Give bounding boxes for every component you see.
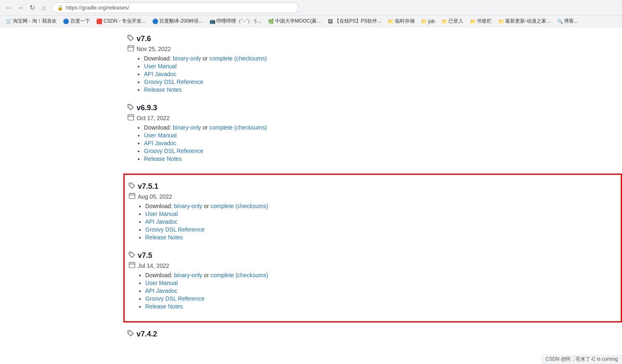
bookmark-translate[interactable]: 🔵 百度翻译-200种语...: [150, 17, 205, 26]
svg-point-10: [130, 184, 131, 185]
tag-icon: [128, 330, 134, 338]
bookmark-anime[interactable]: 📁 最新更新-动漫之家...: [496, 17, 553, 26]
bookmark-baidu[interactable]: 🔵 百度一下: [61, 17, 93, 26]
svg-rect-6: [128, 115, 134, 120]
user-manual-link-v76[interactable]: User Manual: [144, 63, 176, 70]
svg-point-5: [129, 105, 130, 106]
links-list-v76: Download: binary-only or complete (check…: [123, 55, 622, 93]
release-v742: v7.4.2: [123, 327, 622, 343]
date-v751: Aug 05, 2022: [138, 193, 172, 200]
nav-buttons: ← → ↻ ⌂: [4, 3, 49, 13]
bookmark-mooc[interactable]: 🌿 中国大学MOOC(募...: [266, 17, 323, 26]
bookmark-icon: 🛒: [6, 19, 12, 24]
binary-only-link-v751[interactable]: binary-only: [174, 203, 202, 209]
binary-only-link-v75[interactable]: binary-only: [174, 272, 202, 278]
links-list-v693: Download: binary-only or complete (check…: [123, 124, 622, 162]
groovy-dsl-link-v751[interactable]: Groovy DSL Reference: [145, 226, 204, 233]
bookmark-login[interactable]: 📁 已登入: [439, 17, 466, 26]
tag-icon: [128, 104, 134, 112]
complete-link-v76[interactable]: complete (checksums): [209, 55, 267, 62]
svg-rect-11: [129, 193, 135, 199]
calendar-icon: [128, 45, 134, 53]
or-text: or: [204, 272, 209, 278]
binary-only-link-v76[interactable]: binary-only: [173, 55, 201, 62]
complete-link-v693[interactable]: complete (checksums): [209, 124, 267, 131]
bookmark-icon: 📁: [498, 19, 504, 24]
bookmark-icon: 🔵: [63, 19, 69, 24]
reload-button[interactable]: ↻: [27, 3, 37, 13]
links-list-v75: Download: binary-only or complete (check…: [125, 272, 621, 310]
version-label-v693: v6.9.3: [137, 104, 157, 112]
binary-only-link-v693[interactable]: binary-only: [173, 124, 201, 131]
tag-icon: [129, 252, 135, 260]
release-notes-link-v76[interactable]: Release Notes: [144, 86, 182, 93]
version-header-v76: v7.6: [123, 35, 622, 43]
status-bar: CSDN @阿，苍来了-C is coming: [541, 355, 622, 364]
status-text: CSDN @阿，苍来了-C is coming: [545, 356, 618, 362]
date-v693: Oct 17, 2022: [137, 115, 169, 121]
bookmark-job[interactable]: 📁 job: [419, 18, 437, 25]
bookmark-bilibili[interactable]: 📺 哔哩哔哩（' - '）う...: [207, 17, 264, 26]
download-label: Download:: [145, 203, 172, 209]
release-v75: v7.5 Jul 14, 2022 Download: binary-only: [125, 248, 621, 317]
forward-button[interactable]: →: [16, 3, 26, 13]
version-label-v751: v7.5.1: [138, 182, 158, 191]
release-v76: v7.6 Nov 25, 2022 Download: binary-only …: [123, 31, 622, 100]
address-bar[interactable]: 🔒 https://gradle.org/releases/: [52, 2, 299, 13]
download-label: Download:: [145, 272, 172, 278]
release-notes-link-v693[interactable]: Release Notes: [144, 155, 182, 162]
release-notes-link-v75[interactable]: Release Notes: [145, 303, 183, 310]
groovy-dsl-link-v76[interactable]: Groovy DSL Reference: [144, 79, 203, 85]
user-manual-link-v75[interactable]: User Manual: [145, 280, 178, 286]
bookmark-csdn[interactable]: 🟥 CSDN - 专业开发...: [94, 17, 149, 26]
date-v75: Jul 14, 2022: [138, 262, 169, 269]
date-row-v76: Nov 25, 2022: [123, 45, 622, 53]
bookmark-icon: 🔍: [557, 19, 563, 24]
date-row-v693: Oct 17, 2022: [123, 114, 622, 122]
api-javadoc-item-v693: API Javadoc: [144, 140, 622, 146]
release-notes-link-v751[interactable]: Release Notes: [145, 234, 183, 241]
bookmark-temp[interactable]: 📁 临时存储: [385, 17, 417, 26]
api-javadoc-link-v76[interactable]: API Javadoc: [144, 71, 176, 77]
version-header-v742: v7.4.2: [123, 330, 622, 338]
url-text: https://gradle.org/releases/: [66, 5, 129, 11]
api-javadoc-link-v751[interactable]: API Javadoc: [145, 218, 178, 225]
back-button[interactable]: ←: [4, 3, 14, 13]
download-item-v693: Download: binary-only or complete (check…: [144, 124, 622, 131]
download-item-v75: Download: binary-only or complete (check…: [145, 272, 621, 278]
svg-point-0: [129, 36, 130, 37]
api-javadoc-link-v75[interactable]: API Javadoc: [145, 287, 178, 294]
release-notes-item-v75: Release Notes: [145, 303, 621, 310]
groovy-dsl-item-v693: Groovy DSL Reference: [144, 148, 622, 154]
links-list-v751: Download: binary-only or complete (check…: [125, 203, 621, 241]
user-manual-link-v693[interactable]: User Manual: [144, 132, 176, 139]
release-notes-item-v693: Release Notes: [144, 155, 622, 162]
date-v76: Nov 25, 2022: [137, 46, 171, 52]
home-button[interactable]: ⌂: [39, 3, 49, 13]
bookmark-icon: 📁: [470, 19, 476, 24]
bookmark-taobao[interactable]: 🛒 淘宝网 - 淘！我喜欢: [3, 17, 59, 26]
highlighted-releases-box: v7.5.1 Aug 05, 2022 Download: binary-onl…: [123, 174, 622, 322]
complete-link-v75[interactable]: complete (checksums): [211, 272, 268, 278]
release-v693: v6.9.3 Oct 17, 2022 Download: binary-onl…: [123, 100, 622, 169]
svg-rect-1: [128, 46, 134, 51]
bookmark-bookmarks[interactable]: 📁 书签栏: [467, 17, 494, 26]
bookmark-blog[interactable]: 🔍 博客...: [555, 17, 580, 26]
release-notes-item-v76: Release Notes: [144, 86, 622, 93]
groovy-dsl-link-v75[interactable]: Groovy DSL Reference: [145, 295, 204, 302]
main-content: v7.6 Nov 25, 2022 Download: binary-only …: [0, 27, 622, 364]
groovy-dsl-link-v693[interactable]: Groovy DSL Reference: [144, 148, 203, 154]
user-manual-item-v751: User Manual: [145, 211, 621, 217]
version-header-v751: v7.5.1: [125, 182, 621, 191]
bookmark-icon: 🔵: [152, 19, 158, 24]
api-javadoc-link-v693[interactable]: API Javadoc: [144, 140, 176, 146]
complete-link-v751[interactable]: complete (checksums): [211, 203, 268, 209]
bookmark-icon: 📺: [209, 19, 215, 24]
bookmark-icon: 🖼: [327, 19, 333, 24]
calendar-icon: [129, 262, 135, 269]
user-manual-link-v751[interactable]: User Manual: [145, 211, 178, 217]
bookmark-icon: 📁: [441, 19, 447, 24]
bookmarks-bar: 🛒 淘宝网 - 淘！我喜欢 🔵 百度一下 🟥 CSDN - 专业开发... 🔵 …: [0, 16, 622, 27]
version-label-v76: v7.6: [137, 35, 151, 43]
bookmark-ps[interactable]: 🖼 【在线PS】PS软件...: [325, 17, 384, 26]
